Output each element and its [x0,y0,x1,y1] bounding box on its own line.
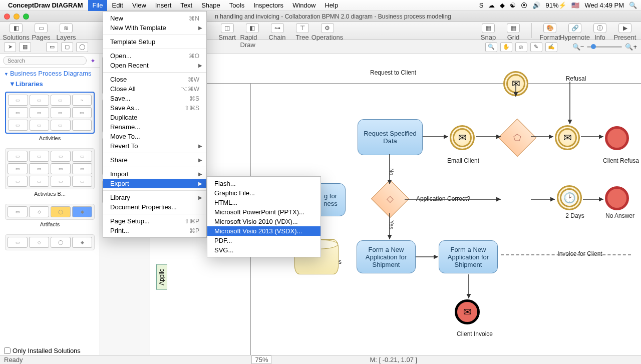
zoom-window-button[interactable] [23,14,29,20]
file-menu-item[interactable]: Rename... [103,122,206,132]
export-menu-item[interactable]: Microsoft PowerPoint (PPTX)... [207,207,320,217]
status-clock[interactable]: Wed 4:49 PM [584,2,624,9]
export-menu-item[interactable]: Graphic File... [207,188,320,198]
highlighter-tool[interactable]: ✍ [545,42,557,52]
file-menu-item[interactable]: Share▶ [103,155,206,165]
menu-help[interactable]: Help [320,0,343,11]
eyedropper-tool[interactable]: ✎ [530,42,542,52]
file-menu-item[interactable]: Open Recent▶ [103,61,206,70]
pan-tool[interactable]: ✋ [500,42,512,52]
rect-tool[interactable]: ▭ [46,42,58,52]
pointer-tool[interactable]: ➤ [4,42,16,52]
export-menu-item[interactable]: Flash... [207,179,320,188]
zoom-out-icon[interactable]: 🔍− [572,43,584,51]
toolbar-tree[interactable]: ⊤Tree [290,23,314,49]
file-menu-item[interactable]: Save As...⇧⌘S [103,103,206,113]
zoom-slider[interactable]: 🔍− 🔍+ [572,43,637,51]
status-volume-icon[interactable]: 🔊 [532,2,540,9]
event-client-invoice-end[interactable]: ✉ [455,299,480,324]
file-menu-item[interactable]: Close⌘W [103,75,206,84]
status-zoom[interactable]: 75% [251,355,271,364]
file-menu-item[interactable]: Template Setup [103,37,206,47]
event-refusal-message[interactable]: ✉ [555,125,580,150]
toolbar-snap[interactable]: ▦Snap [476,23,500,41]
event-no-answer-end[interactable] [605,186,629,210]
menu-text[interactable]: Text [176,0,197,11]
toolbar-chain[interactable]: ⊶Chain [265,23,289,49]
status-dropbox-icon[interactable]: ◆ [500,2,505,9]
library-artifacts[interactable]: ▭◇◯◆ Artifacts [0,201,100,231]
search-input[interactable] [3,56,87,65]
file-menu-item[interactable]: Open...⌘O [103,51,206,61]
crop-tool[interactable]: ⎚ [515,42,527,52]
status-s-icon[interactable]: S [479,2,484,9]
task-form-new-application-1[interactable]: Form a New Application for Shipment [357,240,416,273]
export-menu-item[interactable]: Microsoft Visio 2013 (VSDX)... [207,226,320,236]
toolbar-layers[interactable]: ≋Layers [54,23,78,41]
toolbar-operations[interactable]: ⚙Operations [315,23,340,49]
export-menu-item[interactable]: PDF... [207,236,320,245]
status-wifi-icon[interactable]: ⦿ [521,2,527,9]
library-activities-b[interactable]: ▭▭▭▭▭▭▭▭▭▭▭▭ Activities B... [0,145,100,201]
file-menu-item[interactable]: Library▶ [103,193,206,202]
file-menu-item[interactable]: New With Template▶ [103,23,206,33]
toolbar-rapid-draw[interactable]: ◧Rapid Draw [240,23,264,49]
file-menu-item[interactable]: Close All⌥⌘W [103,84,206,94]
libraries-header[interactable]: ▼Libraries [0,79,100,89]
marquee-tool[interactable]: ▦ [19,42,31,52]
gateway-top[interactable]: ⬠ [498,119,536,157]
menu-inspectors[interactable]: Inspectors [249,0,288,11]
file-menu-item[interactable]: Import▶ [103,169,206,179]
menu-insert[interactable]: Insert [151,0,176,11]
zoom-in-icon[interactable]: 🔍+ [625,43,637,51]
menu-tools[interactable]: Tools [225,0,249,11]
menu-view[interactable]: View [128,0,151,11]
menu-shape[interactable]: Shape [197,0,225,11]
ellipse-tool[interactable]: ◯ [76,42,88,52]
library-activities[interactable]: ▭▭▭~▭▭▭▭▭▭▭ Activities [0,89,100,145]
only-installed-input[interactable] [4,347,11,354]
menu-window[interactable]: Window [288,0,320,11]
file-menu-item[interactable]: Revert To▶ [103,141,206,151]
event-timer-2-days[interactable]: 🕑 [557,185,582,210]
file-menu-item[interactable]: Print...⌘P [103,226,206,235]
gateway-app-correct[interactable]: ◇ [371,180,409,218]
file-menu-item[interactable]: Save...⌘S [103,94,206,103]
file-menu-item[interactable]: Page Setup...⇧⌘P [103,216,206,226]
magic-wand-icon[interactable]: ✦ [89,57,97,65]
export-submenu[interactable]: Flash...Graphic File...HTML...Microsoft … [207,176,321,257]
traffic-lights[interactable] [4,14,29,20]
toolbar-pages[interactable]: ▭Pages [29,23,53,41]
toolbar-format[interactable]: 🎨Format [538,23,562,41]
file-menu-item[interactable]: Document Properties... [103,202,206,212]
status-cloud-icon[interactable]: ☁ [488,2,495,9]
status-battery[interactable]: 91% ⚡ [545,2,566,9]
file-menu-item[interactable]: Export▶ [103,179,206,188]
file-menu[interactable]: New⌘NNew With Template▶Template SetupOpe… [103,11,207,238]
file-menu-item[interactable]: Duplicate [103,113,206,122]
status-flag-icon[interactable]: 🇺🇸 [571,2,579,9]
event-email-client[interactable]: ✉ [450,125,475,150]
menu-edit[interactable]: Edit [107,0,127,11]
minimize-window-button[interactable] [14,14,20,20]
file-menu-item[interactable]: Move To... [103,132,206,141]
export-menu-item[interactable]: HTML... [207,198,320,207]
toolbar-solutions[interactable]: ◧Solutions [4,23,28,41]
toolbar-grid[interactable]: ▦Grid [501,23,525,41]
tree-header[interactable]: ▼Business Process Diagrams [0,68,100,79]
toolbar-present[interactable]: ▶Present [613,23,637,41]
export-menu-item[interactable]: Microsoft Visio 2010 (VDX)... [207,217,320,226]
zoom-tool[interactable]: 🔍 [485,42,497,52]
status-skype-icon[interactable]: ☯ [510,2,516,9]
toolbar-smart[interactable]: ◫Smart [215,23,239,49]
task-request-specified-data[interactable]: Request Specified Data [358,119,423,155]
library-more[interactable]: ▭◇◯◆ [0,231,100,251]
toolbar-hypernote[interactable]: 🔗Hypernote [563,23,587,41]
only-installed-checkbox[interactable]: Only Installed Solutions [2,346,83,355]
task-form-new-application-2[interactable]: Form a New Application for Shipment [439,240,498,273]
file-menu-item[interactable]: New⌘N [103,14,206,23]
toolbar-info[interactable]: ⓘInfo [588,23,612,41]
status-spotlight-icon[interactable]: 🔍 [629,2,637,9]
rounded-rect-tool[interactable]: ▢ [61,42,73,52]
close-window-button[interactable] [4,14,10,20]
